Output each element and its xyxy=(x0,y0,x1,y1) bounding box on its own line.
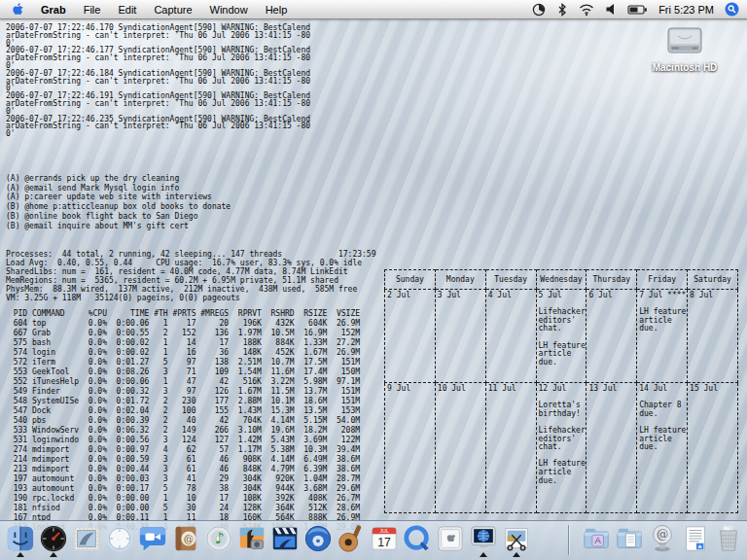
desktop: GrabFileEditCaptureWindowHelp Fri 5:23 P… xyxy=(0,0,747,560)
quicktime-icon xyxy=(403,524,432,553)
dock-item-idvd[interactable] xyxy=(303,524,333,556)
system-stats-geeklet: Processes: 44 total, 2 running, 42 sleep… xyxy=(6,250,376,302)
calendar-day-header: Saturday xyxy=(688,270,738,290)
dock-item-text-document[interactable] xyxy=(681,524,710,556)
trash-icon xyxy=(714,524,743,553)
spotlight-icon[interactable] xyxy=(725,2,739,17)
mail-icon xyxy=(72,524,101,553)
menu-bar: GrabFileEditCaptureWindowHelp Fri 5:23 P… xyxy=(0,0,747,19)
status-icons xyxy=(532,3,648,17)
dock-item-internet-connect[interactable] xyxy=(469,524,498,556)
itunes-icon: ♪ xyxy=(204,524,233,553)
calendar-cell: 13 Jul xyxy=(587,383,637,513)
menu-capture[interactable]: Capture xyxy=(145,2,200,18)
drive-label: Macintosh HD xyxy=(638,62,731,73)
dock-item-web-location[interactable]: @ xyxy=(648,524,677,556)
safari-icon xyxy=(105,524,134,553)
syslog-geeklet: 2006-07-07 17:22:46.170 SyndicationAgent… xyxy=(6,24,310,138)
battery-icon[interactable] xyxy=(627,4,648,16)
documents-folder-icon xyxy=(615,524,644,553)
dock-item-safari[interactable] xyxy=(105,524,134,556)
hard-drive-icon xyxy=(665,26,704,57)
applications-folder-icon: A xyxy=(582,524,611,553)
idvd-icon xyxy=(303,524,333,553)
calendar-cell: 3 Jul xyxy=(435,290,485,383)
text-document-icon xyxy=(681,524,710,553)
svg-text:@: @ xyxy=(657,528,668,542)
menu-edit[interactable]: Edit xyxy=(109,2,145,18)
running-indicator xyxy=(480,552,487,557)
calendar-cell: 14 Jul Chapter 8 due. LH feature article… xyxy=(637,383,688,513)
dock-item-quicktime[interactable] xyxy=(403,524,432,556)
calendar-day-header: Sunday xyxy=(385,270,436,290)
ichat-icon xyxy=(138,524,167,553)
macintosh-hd-icon[interactable]: Macintosh HD xyxy=(638,26,731,73)
wifi-icon[interactable] xyxy=(579,3,594,16)
internet-connect-icon xyxy=(469,524,498,553)
menu-window[interactable]: Window xyxy=(201,2,257,18)
svg-text:@: @ xyxy=(184,533,194,544)
web-location-icon: @ xyxy=(648,524,677,553)
dock-item-mail[interactable] xyxy=(72,524,101,556)
dock-item-garageband[interactable] xyxy=(337,524,366,556)
dock-item-grab[interactable] xyxy=(502,524,531,556)
svg-text:17: 17 xyxy=(377,536,391,549)
calendar-day-header: Tuesday xyxy=(485,270,536,290)
dock-item-iphoto[interactable] xyxy=(237,524,267,556)
app-menus: GrabFileEditCaptureWindowHelp xyxy=(32,2,296,18)
dock-item-finder[interactable] xyxy=(6,524,35,556)
garageband-icon xyxy=(337,524,366,553)
dock-item-dashboard[interactable] xyxy=(39,524,68,556)
dock-item-imovie[interactable] xyxy=(270,524,300,556)
calendar-cell: 9 Jul xyxy=(385,383,436,513)
menu-bar-status-area: Fri 5:23 PM xyxy=(532,2,747,17)
calendar-cell: 11 Jul xyxy=(485,383,536,513)
running-indicator xyxy=(513,552,520,557)
calendar-cell: 15 Jul xyxy=(688,383,738,513)
menu-grab[interactable]: Grab xyxy=(32,2,75,18)
dock-item-trash[interactable] xyxy=(714,524,743,556)
calendar-cell: 4 Jul xyxy=(485,290,536,383)
dock-divider xyxy=(568,525,569,555)
process-table-geeklet: PID COMMAND %CPU TIME #TH #PRTS #MREGS R… xyxy=(4,309,360,533)
menu-file[interactable]: File xyxy=(75,2,110,18)
running-indicator xyxy=(17,552,24,557)
calendar-cell: 6 Jul xyxy=(587,290,637,383)
apple-menu-icon[interactable] xyxy=(0,2,32,17)
todo-list-geeklet: (A) @errands pick up the dry cleaning (A… xyxy=(6,174,231,230)
calendar-cell: 12 Jul Loretta's birthday! Lifehacker ed… xyxy=(536,383,587,513)
dock-item-system-preferences[interactable] xyxy=(436,524,465,556)
svg-text:A: A xyxy=(595,536,602,545)
calendar-day-header: Thursday xyxy=(587,270,637,290)
dock-item-address-book[interactable]: @ xyxy=(171,524,200,556)
dock: @♪JUL17A@ xyxy=(0,520,747,560)
calendar-cell: 7 Jul **** LH feature article due. xyxy=(637,290,688,383)
finder-icon xyxy=(6,524,35,553)
bluetooth-icon[interactable] xyxy=(556,3,568,17)
calendar-cell: 2 Jul xyxy=(385,290,436,383)
calendar-table: SundayMondayTuesdayWednesdayThursdayFrid… xyxy=(384,269,738,513)
calendar-cell: 5 Jul Lifehacker editors' chat. LH featu… xyxy=(536,290,587,383)
menu-help[interactable]: Help xyxy=(257,2,297,18)
calendar-cell: 10 Jul xyxy=(435,383,485,513)
system-preferences-icon xyxy=(436,524,465,553)
dock-item-documents-folder[interactable] xyxy=(615,524,644,556)
menu-bar-clock[interactable]: Fri 5:23 PM xyxy=(658,4,714,16)
svg-text:JUL: JUL xyxy=(379,528,388,534)
grab-icon xyxy=(502,524,531,553)
running-indicator xyxy=(50,552,57,557)
dock-item-itunes[interactable]: ♪ xyxy=(204,524,233,556)
iphoto-icon xyxy=(237,524,267,553)
calendar-cell: 8 Jul xyxy=(688,290,738,383)
dock-item-ical[interactable]: JUL17 xyxy=(370,524,399,556)
dock-item-applications-folder[interactable]: A xyxy=(582,524,611,556)
volume-icon[interactable] xyxy=(605,3,617,16)
dock-item-ichat[interactable] xyxy=(138,524,167,556)
calendar-geeklet: SundayMondayTuesdayWednesdayThursdayFrid… xyxy=(384,269,738,513)
time-pie-icon[interactable] xyxy=(532,3,546,17)
calendar-day-header: Monday xyxy=(435,270,485,290)
calendar-day-header: Friday xyxy=(637,270,688,290)
ical-icon: JUL17 xyxy=(370,524,399,553)
address-book-icon: @ xyxy=(171,524,200,553)
calendar-day-header: Wednesday xyxy=(536,270,587,290)
